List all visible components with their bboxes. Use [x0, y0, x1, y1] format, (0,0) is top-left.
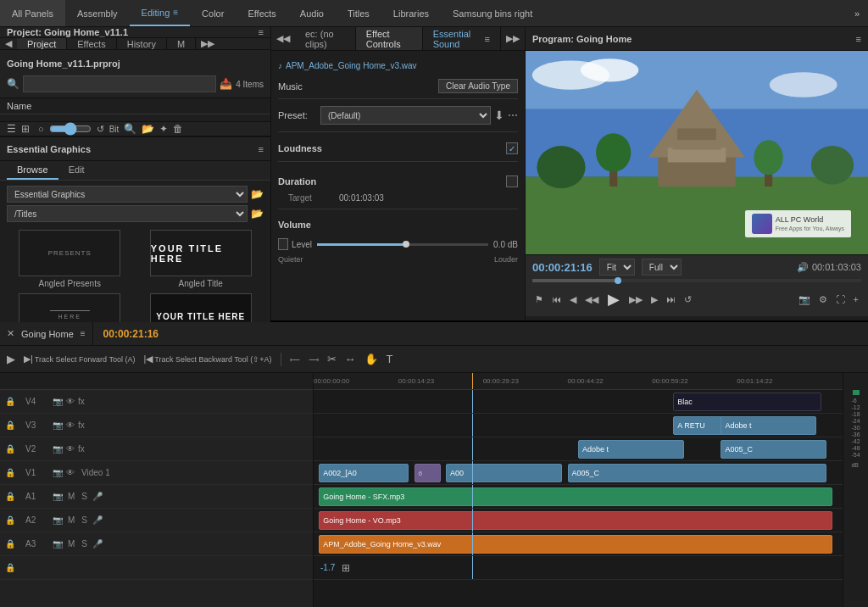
mic-a3[interactable]: 🎤	[92, 539, 103, 549]
center-tab-arrow[interactable]: ◀◀	[271, 33, 295, 44]
eg-browse-icon[interactable]: 📂	[251, 208, 264, 220]
ripple-edit-tool[interactable]: ⟝	[287, 351, 303, 368]
roll-edit-tool[interactable]: ⟞	[305, 351, 322, 368]
eg-menu-icon[interactable]: ≡	[259, 144, 264, 154]
camera-icon[interactable]: 📷	[796, 292, 813, 307]
nav-titles[interactable]: Titles	[336, 0, 381, 26]
eye-icon-v4[interactable]: 👁	[66, 397, 75, 406]
new-folder-icon[interactable]: 📂	[142, 123, 154, 135]
step-back-icon[interactable]: ⏮	[549, 292, 564, 306]
mic-a2[interactable]: 🎤	[92, 515, 103, 525]
tab-essential-sound[interactable]: Essential Sound ≡	[423, 27, 501, 50]
tab-arrow-right[interactable]: ▶▶	[196, 38, 220, 49]
step-backward-icon[interactable]: ◀◀	[582, 292, 601, 307]
duration-checkbox[interactable]	[506, 175, 518, 187]
lock-icon-a2[interactable]: 🔒	[5, 515, 22, 525]
prev-frame-icon[interactable]: ◀	[567, 292, 579, 307]
refresh-icon[interactable]: ↺	[97, 124, 104, 135]
close-timeline-icon[interactable]: ✕	[7, 328, 14, 339]
play-button[interactable]: ▶	[604, 288, 623, 310]
clip-v2-1[interactable]: Adobe t	[578, 440, 684, 459]
tab-no-clips[interactable]: ec: (no clips)	[295, 27, 356, 50]
mute-a3[interactable]: M	[66, 539, 76, 549]
step-fwd-icon[interactable]: ⏭	[664, 292, 678, 306]
mic-a1[interactable]: 🎤	[92, 492, 103, 501]
tab-arrow-left[interactable]: ◀	[0, 38, 17, 49]
step-forward-icon[interactable]: ▶▶	[626, 292, 645, 307]
fx-icon-v2[interactable]: fx	[78, 444, 85, 454]
timeline-timecode[interactable]: 00:00:21:16	[93, 328, 169, 340]
nav-editing[interactable]: Editing	[130, 0, 190, 26]
audio-icon-a2[interactable]: 📷	[53, 515, 63, 525]
level-slider[interactable]	[317, 243, 488, 246]
camera-icon-v1[interactable]: 📷	[53, 468, 63, 477]
eg-folder-icon[interactable]: 📂	[251, 188, 264, 200]
tab-project[interactable]: Project	[17, 38, 67, 49]
tab-history[interactable]: History	[117, 38, 167, 49]
lock-icon-v1[interactable]: 🔒	[5, 468, 22, 477]
camera-icon-v3[interactable]: 📷	[53, 420, 63, 430]
track-row-v1[interactable]: A002_[A0 ő A00 A005_C	[314, 461, 843, 485]
audio-icon-a3[interactable]: 📷	[53, 539, 63, 549]
playback-progress-bar[interactable]	[532, 279, 861, 282]
clip-v2-2[interactable]: A005_C	[721, 440, 826, 459]
solo-a3[interactable]: S	[80, 539, 89, 549]
track-row-v3[interactable]: A RETU Adobe t	[314, 414, 843, 437]
selection-tool[interactable]: ▶	[3, 351, 19, 367]
eg-path-select[interactable]: /Titles	[7, 205, 248, 222]
nav-effects[interactable]: Effects	[236, 0, 287, 26]
timeline-tab-label[interactable]: Going Home	[21, 329, 74, 339]
clip-v1-3[interactable]: A00	[446, 464, 562, 482]
loop-icon[interactable]: ↺	[682, 292, 694, 307]
preset-menu-icon[interactable]: ⋯	[508, 109, 518, 121]
add-button-icon[interactable]: +	[851, 292, 861, 306]
monitor-settings-icon[interactable]: ⚙	[816, 292, 830, 307]
current-timecode[interactable]: 00:00:21:16	[532, 261, 593, 274]
mute-a1[interactable]: M	[66, 492, 76, 501]
next-frame-icon[interactable]: ▶	[648, 292, 660, 307]
track-row-v2[interactable]: Adobe t A005_C	[314, 437, 843, 461]
fx-icon-v4[interactable]: fx	[78, 397, 85, 406]
track-row-v4[interactable]: Blac	[314, 390, 843, 414]
razor-tool[interactable]: ✂	[324, 351, 340, 367]
lock-icon-a4[interactable]: 🔒	[5, 563, 22, 572]
clip-a3[interactable]: APM_Adobe_Going Home_v3.wav	[319, 535, 832, 554]
solo-a1[interactable]: S	[80, 492, 89, 501]
nav-audio[interactable]: Audio	[288, 0, 336, 26]
lock-icon-v3[interactable]: 🔒	[5, 420, 22, 430]
loop-icon-a4[interactable]: ⊞	[342, 562, 350, 574]
level-checkbox[interactable]	[278, 238, 288, 250]
nav-assembly[interactable]: Assembly	[65, 0, 130, 26]
eye-icon-v2[interactable]: 👁	[66, 444, 75, 454]
clip-v1-2[interactable]: ő	[415, 464, 441, 482]
search-bottom-icon[interactable]: 🔍	[124, 123, 136, 135]
track-row-a3[interactable]: APM_Adobe_Going Home_v3.wav	[314, 532, 843, 556]
nav-color[interactable]: Color	[190, 0, 236, 26]
type-tool[interactable]: T	[383, 351, 397, 367]
audio-icon-a1[interactable]: 📷	[53, 492, 63, 501]
timeline-tab-menu[interactable]: ≡	[81, 329, 86, 338]
eg-item-angled-presents[interactable]: PRESENTS Angled Presents	[7, 230, 133, 288]
hand-tool[interactable]: ✋	[361, 351, 381, 367]
nav-samsung[interactable]: Samsung bins right	[441, 0, 544, 26]
freeform-icon[interactable]: ○	[38, 124, 44, 134]
preset-select[interactable]: (Default)	[320, 106, 491, 125]
project-menu-icon[interactable]: ≡	[259, 27, 264, 37]
eg-tab-edit[interactable]: Edit	[58, 161, 95, 180]
camera-icon-v4[interactable]: 📷	[53, 397, 63, 406]
track-select-fwd-tool[interactable]: ▶| Track Select Forward Tool (A)	[20, 352, 138, 366]
preset-download-icon[interactable]: ⬇	[494, 109, 504, 122]
eye-icon-v1[interactable]: 👁	[66, 468, 75, 477]
new-item-icon[interactable]: ✦	[159, 123, 168, 135]
fullscreen-icon[interactable]: ⛶	[833, 292, 848, 306]
list-view-icon[interactable]: ☰	[7, 123, 16, 135]
nav-all-panels[interactable]: All Panels	[0, 0, 65, 26]
clip-v1-1[interactable]: A002_[A0	[319, 464, 409, 482]
grid-view-icon[interactable]: ⊞	[21, 123, 30, 135]
add-marker-icon[interactable]: ⚑	[532, 292, 546, 307]
center-tab-more[interactable]: ▶▶	[501, 33, 525, 44]
solo-a2[interactable]: S	[80, 515, 89, 525]
lock-icon-v2[interactable]: 🔒	[5, 444, 22, 454]
tab-effects[interactable]: Effects	[67, 38, 116, 49]
fx-icon-v3[interactable]: fx	[78, 420, 85, 430]
